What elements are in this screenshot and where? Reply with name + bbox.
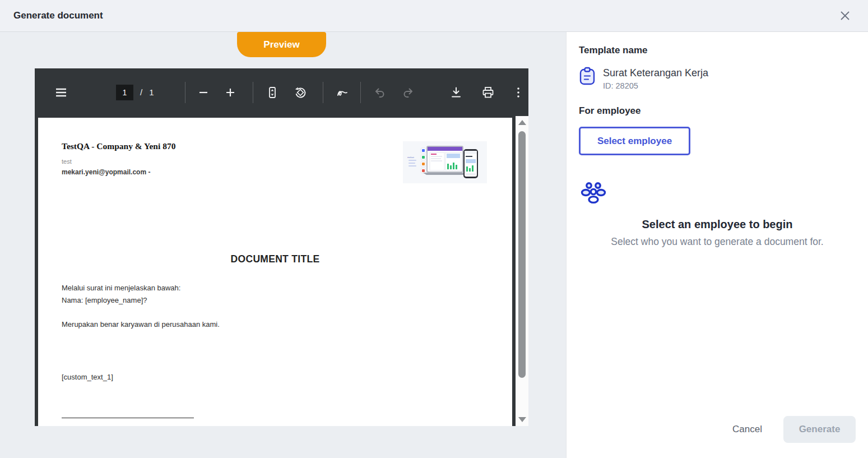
signature-line [62,418,194,418]
generate-document-modal: Generate document Preview / 1 [0,0,868,458]
pdf-scrollbar[interactable] [516,116,528,426]
toolbar-divider [185,82,185,103]
toolbar-divider [360,82,361,103]
template-row: Surat Keterangan Kerja ID: 28205 [579,67,856,90]
scrollbar-thumb[interactable] [518,131,526,378]
preview-tab[interactable]: Preview [237,32,326,57]
cancel-button[interactable]: Cancel [723,418,771,441]
undo-icon[interactable] [373,86,387,99]
pdf-canvas-area: TestQA - Company & Yeni 870 test mekari.… [35,116,516,426]
close-icon [838,8,852,23]
rotate-icon[interactable] [294,86,307,99]
print-icon[interactable] [481,86,495,99]
side-panel: Template name Surat Keterangan Kerja ID:… [566,32,868,458]
template-id: ID: 28205 [603,81,708,90]
modal-header: Generate document [0,0,868,32]
select-employee-button[interactable]: Select employee [579,127,690,155]
template-section-label: Template name [579,45,856,56]
document-body-line: Melalui surat ini menjelaskan bawah: [62,284,180,292]
more-options-icon[interactable] [512,86,525,99]
generate-button[interactable]: Generate [783,416,856,443]
page-number-input[interactable] [116,85,133,100]
empty-state: Select an employee to begin Select who y… [579,180,856,248]
pdf-viewer: / 1 [35,68,528,426]
svg-text:mekari: mekari [407,156,414,159]
employees-group-icon [579,180,608,209]
scroll-up-arrow-icon[interactable] [518,120,526,125]
empty-state-title: Select an employee to begin [579,218,856,231]
template-name: Surat Keterangan Kerja [603,67,708,79]
download-icon[interactable] [449,86,463,99]
document-company-name: TestQA - Company & Yeni 870 [62,141,175,151]
toolbar-divider [253,82,253,103]
toolbar-divider [323,82,323,103]
document-body-line: Merupakan benar karyawan di perusahaan k… [62,320,220,329]
document-page: TestQA - Company & Yeni 870 test mekari.… [38,118,512,426]
document-body-line: Nama: [employee_name]? [62,296,147,304]
document-letterhead: TestQA - Company & Yeni 870 test mekari.… [62,141,175,176]
empty-state-subtitle: Select who you want to generate a docume… [579,236,856,248]
page-separator: / [140,87,142,97]
zoom-in-icon[interactable] [224,86,237,99]
page-total: 1 [149,87,154,97]
document-title: DOCUMENT TITLE [38,253,512,265]
close-button[interactable] [835,6,855,25]
clipboard-icon [579,67,596,85]
template-info: Surat Keterangan Kerja ID: 28205 [603,67,708,90]
preview-area: Preview / 1 [0,32,566,458]
document-custom-field: [custom_text_1] [62,373,113,381]
fit-page-icon[interactable] [266,86,279,99]
redo-icon[interactable] [401,86,415,99]
company-logo-image: mekari [403,141,487,183]
menu-icon[interactable] [54,86,68,99]
scroll-down-arrow-icon[interactable] [518,417,526,422]
modal-body: Preview / 1 [0,32,868,458]
zoom-out-icon[interactable] [197,86,210,99]
preview-tab-label: Preview [263,39,299,50]
modal-title: Generate document [13,10,103,21]
annotate-icon[interactable] [336,86,349,99]
pdf-toolbar: / 1 [35,68,528,116]
document-company-contact: mekari.yeni@yopmail.com - [62,168,175,176]
panel-footer: Cancel Generate [723,416,856,443]
document-company-subtitle: test [62,158,175,165]
for-employee-label: For employee [579,105,856,117]
